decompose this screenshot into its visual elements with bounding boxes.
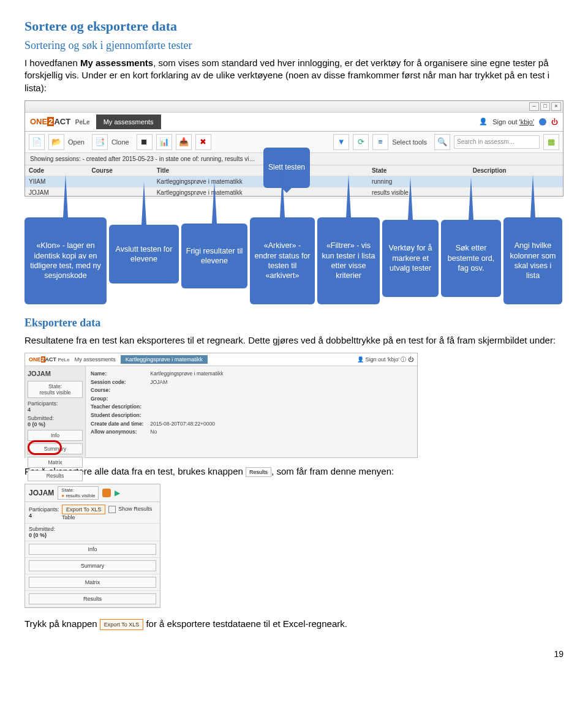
tab-my-assessments[interactable]: My assessments (75, 356, 116, 362)
detail-field: Create date and time: 2015-08-20T07:48:2… (91, 420, 412, 429)
col-code[interactable]: Code (25, 165, 88, 176)
detail-panel: Name: Kartleggingsprøve i matematikkSess… (86, 366, 417, 458)
new-icon[interactable]: 📄 (29, 134, 45, 150)
callout-filter: «Filtrer» - vis kun tester i lista etter… (317, 217, 380, 304)
results-button-inline[interactable]: Results (246, 467, 271, 477)
stop-icon[interactable]: ⏹ (137, 134, 153, 150)
col-desc[interactable]: Description (469, 165, 563, 176)
info-icon[interactable] (539, 118, 546, 126)
callout-columns: Angi hvilke kolonner som skal vises i li… (503, 217, 562, 304)
signout-link[interactable]: 👤 Sign out 'kbjo' ⓘ ⏻ (357, 356, 413, 364)
section-heading-sorting: Sortering og søk i gjennomførte tester (24, 39, 564, 52)
detail-field: Teacher description: (91, 403, 412, 411)
search-icon[interactable]: 🔍 (434, 134, 450, 150)
col-title[interactable]: Title (153, 165, 368, 176)
page-number: 19 (24, 649, 564, 659)
detail-field: Session code: JOJAM (91, 378, 412, 387)
archive-icon[interactable]: 📥 (176, 134, 192, 150)
play-icon[interactable]: ▶ (115, 489, 120, 497)
state-box: State:results visible (28, 381, 83, 398)
export-line-3: Trykk på knappen Export To XLS for å eks… (24, 618, 564, 630)
submitted-label: Submitted:0 (0 %) (28, 415, 83, 427)
export-xls-button[interactable]: Export To XLS (62, 505, 105, 514)
columns-icon[interactable]: ▦ (543, 134, 559, 150)
screenshot-test-detail: ONE2ACT PeLe My assessments Kartleggings… (24, 353, 418, 458)
sidebar-tab-summary[interactable]: Summary (29, 560, 156, 571)
callout-clone: «Klon» - lager en identisk kopi av en ti… (24, 217, 107, 304)
sidebar-tab-matrix[interactable]: Matrix (28, 457, 83, 468)
callout-archive: «Arkiver» - endrer status for testen til… (250, 217, 315, 304)
filter-icon[interactable]: ▼ (333, 134, 349, 150)
highlight-circle-results (28, 440, 62, 455)
detail-field: Allow anonymous: No (91, 428, 412, 437)
sidebar-tab-results[interactable]: Results (28, 470, 83, 481)
sidebar-tab-info[interactable]: Info (29, 544, 156, 555)
tab-my-assessments[interactable]: My assessments (96, 115, 161, 129)
callout-row: «Klon» - lager en identisk kopi av en ti… (24, 217, 564, 304)
submitted-label: Submitted:0 (0 %) (29, 526, 66, 538)
open-icon[interactable]: 📂 (48, 134, 64, 150)
callout-search: Søk etter bestemte ord, fag osv. (441, 220, 501, 297)
my-assessments-label: My assessments (80, 58, 153, 68)
signout-link[interactable]: Sign out 'kbjo' (492, 118, 534, 126)
clone-icon[interactable]: 📑 (92, 134, 108, 150)
callout-release: Frigi resultater til elevene (181, 224, 247, 288)
callout-select-tools: Verktøy for å markere et utvalg tester (382, 220, 439, 297)
brand-logo: ONE2ACT PeLe (29, 356, 70, 362)
export-xls-button-inline[interactable]: Export To XLS (100, 619, 143, 630)
tab-test-detail[interactable]: Kartleggingsprøve i matematikk (121, 355, 208, 364)
detail-field: Name: Kartleggingsprøve i matematikk (91, 370, 412, 378)
power-icon[interactable]: ⏻ (551, 118, 558, 126)
close-button[interactable]: × (551, 102, 561, 111)
callout-delete: Slett testen (263, 148, 310, 188)
intro-paragraph: I hovedfanen My assessments, som vises s… (24, 57, 564, 94)
table-row[interactable]: JOJAM Kartleggingsprøve i matematikk res… (25, 187, 563, 198)
detail-field: Course: (91, 386, 412, 395)
sidebar-tab-results[interactable]: Results (29, 593, 156, 604)
delete-icon[interactable]: ✖ (195, 134, 211, 150)
sidebar-tab-matrix[interactable]: Matrix (29, 577, 156, 588)
state-indicator-icon (102, 489, 111, 497)
refresh-icon[interactable]: ⟳ (353, 134, 369, 150)
state-box: State:● results visible (58, 486, 99, 500)
detail-field: Student description: (91, 411, 412, 420)
window-titlebar: – □ × (25, 101, 563, 113)
release-icon[interactable]: 📊 (156, 134, 172, 150)
participants-label: Participants:4 (28, 400, 83, 413)
screenshot-results-menu: JOJAM State:● results visible ▶ Particip… (24, 484, 160, 608)
col-course[interactable]: Course (88, 165, 153, 176)
search-input[interactable]: Search in assessm… (454, 135, 540, 149)
section-heading-export: Eksportere data (24, 317, 564, 329)
show-table-checkbox[interactable] (108, 506, 116, 513)
sidebar-tab-info[interactable]: Info (28, 430, 83, 441)
session-code: JOJAM (28, 369, 83, 378)
export-line-2: For å eksportere alle data fra en test, … (24, 465, 564, 478)
callout-end-test: Avslutt testen for elevene (109, 225, 179, 284)
session-code: JOJAM (29, 489, 54, 497)
detail-field: Group: (91, 395, 412, 404)
col-state[interactable]: State (368, 165, 469, 176)
export-paragraph: Resultatene fra en test kan eksporteres … (24, 334, 564, 347)
brand-logo: ONE2ACT PeLe (30, 117, 90, 126)
participants-label: Participants:4 (29, 506, 62, 519)
select-tools-icon[interactable]: ≡ (372, 134, 388, 150)
page-title: Sortere og eksportere data (24, 18, 564, 34)
minimize-button[interactable]: – (529, 102, 539, 111)
maximize-button[interactable]: □ (540, 102, 550, 111)
user-icon: 👤 (479, 118, 488, 126)
